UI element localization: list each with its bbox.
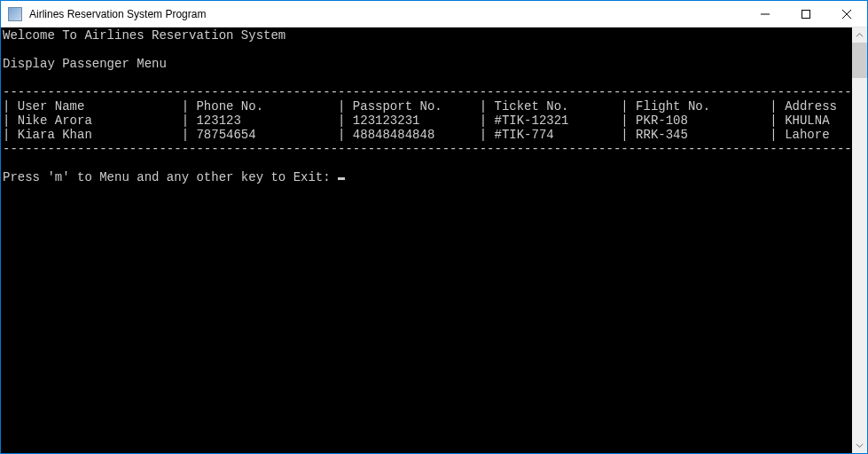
window-title: Airlines Reservation System Program: [29, 8, 206, 20]
vertical-scrollbar[interactable]: [852, 27, 867, 453]
scroll-up-arrow-icon[interactable]: [852, 27, 867, 43]
svg-rect-0: [802, 10, 810, 18]
close-button[interactable]: [826, 1, 867, 27]
scroll-down-arrow-icon[interactable]: [852, 438, 867, 453]
minimize-button[interactable]: [745, 1, 786, 27]
maximize-button[interactable]: [786, 1, 826, 27]
scrollbar-track[interactable]: [852, 43, 867, 438]
app-icon: [8, 7, 22, 21]
text-cursor: [338, 177, 345, 180]
scrollbar-thumb[interactable]: [852, 43, 867, 78]
console-output[interactable]: Welcome To Airlines Reservation System D…: [1, 27, 852, 453]
console-area: Welcome To Airlines Reservation System D…: [1, 27, 867, 453]
window-titlebar: Airlines Reservation System Program: [1, 1, 867, 27]
